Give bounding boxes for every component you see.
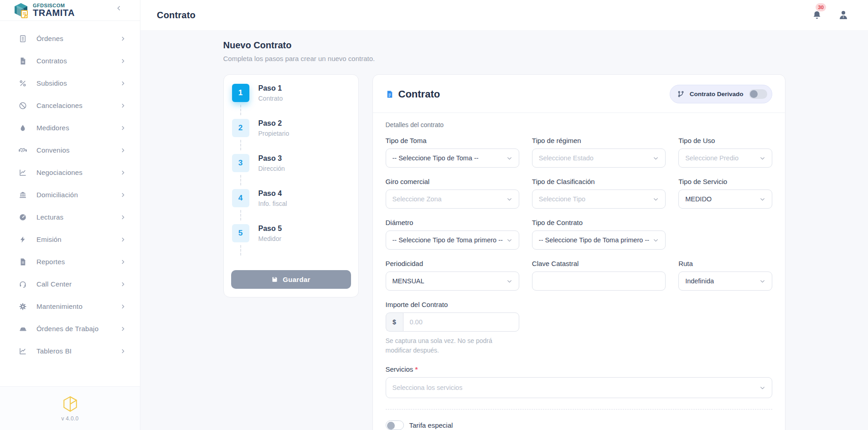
step-subtitle: Medidor xyxy=(258,235,282,242)
step-subtitle: Info. fiscal xyxy=(258,200,287,207)
derived-contract-label: Contrato Derivado xyxy=(690,91,744,97)
required-asterisk: * xyxy=(415,365,418,373)
tipo-servicio-select[interactable]: MEDIDO xyxy=(678,189,772,209)
step-title: Paso 5 xyxy=(258,224,282,233)
currency-prefix: $ xyxy=(386,312,403,332)
field-periodicidad: Periodicidad MENSUAL xyxy=(386,260,519,291)
section-details-label: Detalles del contrato xyxy=(386,121,772,128)
step-1[interactable]: 1 Paso 1 Contrato xyxy=(231,84,351,119)
logo-bar: GFDSISCOM TRAMITA xyxy=(0,0,140,21)
sidebar-item-lecturas[interactable]: Lecturas xyxy=(0,206,140,228)
sidebar-item-convenios[interactable]: Convenios xyxy=(0,139,140,161)
orders-icon xyxy=(18,34,27,43)
step-4[interactable]: 4 Paso 4 Info. fiscal xyxy=(231,189,351,224)
sidebar-item-subsidios[interactable]: Subsidios xyxy=(0,72,140,94)
diametro-select[interactable]: -- Seleccione Tipo de Toma primero -- xyxy=(386,230,519,250)
user-icon xyxy=(838,10,849,20)
step-5[interactable]: 5 Paso 5 Medidor xyxy=(231,224,351,259)
chevron-down-icon xyxy=(506,155,512,161)
sidebar-item-label: Contratos xyxy=(36,57,120,65)
field-label: Clave Catastral xyxy=(532,260,666,267)
chevron-down-icon xyxy=(760,196,765,202)
chevron-right-icon xyxy=(120,125,126,131)
report-icon xyxy=(18,257,27,266)
chevron-down-icon xyxy=(653,155,659,161)
chevron-right-icon xyxy=(120,58,126,64)
derived-contract-toggle-pill[interactable]: Contrato Derivado xyxy=(670,85,772,103)
ruta-select[interactable]: Indefinida xyxy=(678,271,772,291)
field-tipo-regimen: Tipo de régimen Seleccione Estado xyxy=(532,137,666,168)
tarifa-especial-label: Tarifa especial xyxy=(409,421,453,429)
field-servicios: Servicios * Selecciona los servicios xyxy=(386,365,772,398)
save-button-label: Guardar xyxy=(283,276,310,283)
chevron-right-icon xyxy=(120,214,126,220)
field-clave-catastral: Clave Catastral xyxy=(532,260,666,291)
sidebar-item-contratos[interactable]: Contratos xyxy=(0,50,140,72)
sidebar-item-ordenes-trabajo[interactable]: Órdenes de Trabajo xyxy=(0,317,140,340)
step-number: 2 xyxy=(232,119,249,137)
notifications-button[interactable]: 30 xyxy=(811,9,823,21)
sidebar-item-label: Mantenimiento xyxy=(36,302,120,310)
step-subtitle: Contrato xyxy=(258,95,283,102)
sidebar-item-label: Cancelaciones xyxy=(36,102,120,109)
tipo-uso-select[interactable]: Seleccione Predio xyxy=(678,148,772,168)
sidebar-item-emision[interactable]: Emisión xyxy=(0,228,140,251)
sidebar-item-label: Negociaciones xyxy=(36,169,120,176)
field-tipo-servicio: Tipo de Servicio MEDIDO xyxy=(678,178,772,209)
giro-comercial-select[interactable]: Seleccione Zona xyxy=(386,189,519,209)
servicios-select[interactable]: Selecciona los servicios xyxy=(386,377,772,398)
tipo-regimen-select[interactable]: Seleccione Estado xyxy=(532,148,666,168)
sidebar-item-reportes[interactable]: Reportes xyxy=(0,251,140,273)
sidebar-item-medidores[interactable]: Medidores xyxy=(0,117,140,139)
field-label: Tipo de régimen xyxy=(532,137,666,144)
importe-help-text: Se captura una sola vez. No se podrá mod… xyxy=(386,336,500,355)
field-label: Giro comercial xyxy=(386,178,519,185)
stepper-card: 1 Paso 1 Contrato 2 Paso 2 Propietario 3 xyxy=(223,74,359,297)
tipo-contrato-select[interactable]: -- Seleccione Tipo de Toma primero -- xyxy=(532,230,666,250)
bell-icon xyxy=(812,10,822,20)
chevron-down-icon xyxy=(760,385,765,391)
chevron-right-icon xyxy=(120,147,126,154)
tipo-clasificacion-select[interactable]: Seleccione Tipo xyxy=(532,189,666,209)
step-title: Paso 2 xyxy=(258,119,289,128)
sidebar-item-label: Órdenes de Trabajo xyxy=(36,325,120,333)
topbar-actions: 30 xyxy=(811,9,850,21)
sidebar-item-mantenimiento[interactable]: Mantenimiento xyxy=(0,295,140,317)
main-content: Nuevo Contrato Completa los pasos para c… xyxy=(140,30,868,430)
tipo-toma-select[interactable]: -- Seleccione Tipo de Toma -- xyxy=(386,148,519,168)
save-button[interactable]: Guardar xyxy=(231,270,351,289)
sidebar-item-call-center[interactable]: Call Center xyxy=(0,273,140,295)
derived-contract-switch[interactable] xyxy=(749,89,767,99)
collapse-sidebar-icon[interactable] xyxy=(115,5,123,12)
step-3[interactable]: 3 Paso 3 Dirección xyxy=(231,154,351,189)
field-giro-comercial: Giro comercial Seleccione Zona xyxy=(386,178,519,209)
chevron-down-icon xyxy=(760,155,765,161)
sidebar-item-cancelaciones[interactable]: Cancelaciones xyxy=(0,94,140,117)
sidebar-item-domiciliacion[interactable]: Domiciliación xyxy=(0,184,140,206)
periodicidad-select[interactable]: MENSUAL xyxy=(386,271,519,291)
field-label: Ruta xyxy=(678,260,772,267)
sidebar-item-label: Reportes xyxy=(36,258,120,266)
chevron-right-icon xyxy=(120,169,126,176)
clave-catastral-input[interactable] xyxy=(532,271,666,291)
app-logo[interactable]: GFDSISCOM TRAMITA xyxy=(14,2,75,19)
tarifa-especial-switch[interactable] xyxy=(386,420,404,430)
sidebar-item-negociaciones[interactable]: Negociaciones xyxy=(0,161,140,184)
user-menu-button[interactable] xyxy=(837,9,850,21)
chevron-right-icon xyxy=(120,102,126,109)
page-title: Nuevo Contrato xyxy=(223,40,785,51)
hard-hat-icon xyxy=(18,324,27,333)
step-title: Paso 1 xyxy=(258,84,283,92)
step-2[interactable]: 2 Paso 2 Propietario xyxy=(231,119,351,154)
sidebar-item-ordenes[interactable]: Órdenes xyxy=(0,27,140,50)
sidebar-item-label: Domiciliación xyxy=(36,191,120,199)
importe-input[interactable] xyxy=(403,312,519,332)
topbar: Contrato 30 xyxy=(140,0,868,30)
dashed-divider xyxy=(386,409,772,410)
app-version: v 4.0.0 xyxy=(61,415,78,422)
field-label: Servicios * xyxy=(386,365,772,373)
page-subtitle: Completa los pasos para crear un nuevo c… xyxy=(223,55,785,62)
save-icon xyxy=(271,276,278,283)
field-tipo-contrato: Tipo de Contrato -- Seleccione Tipo de T… xyxy=(532,219,666,250)
sidebar-item-tableros-bi[interactable]: Tableros BI xyxy=(0,340,140,362)
